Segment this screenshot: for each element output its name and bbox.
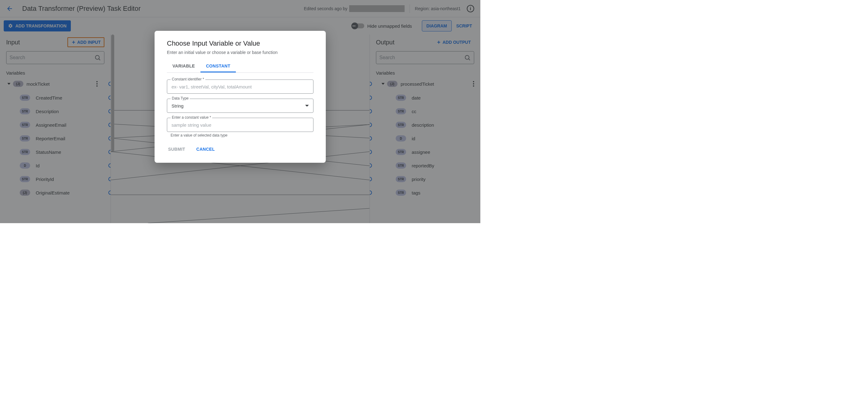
- modal-overlay[interactable]: Choose Input Variable or Value Enter an …: [0, 0, 480, 223]
- submit-button[interactable]: SUBMIT: [167, 144, 186, 154]
- modal-subtitle: Enter an initial value or choose a varia…: [167, 50, 313, 55]
- cancel-button[interactable]: CANCEL: [195, 144, 216, 154]
- modal-tabs: VARIABLE CONSTANT: [167, 60, 313, 73]
- choose-input-modal: Choose Input Variable or Value Enter an …: [155, 31, 326, 163]
- data-type-field: Data Type String: [167, 98, 313, 113]
- data-type-value: String: [172, 103, 184, 109]
- data-type-select[interactable]: String: [167, 98, 313, 113]
- constant-value-help: Enter a value of selected data type: [167, 133, 313, 138]
- tab-variable[interactable]: VARIABLE: [167, 60, 200, 73]
- constant-identifier-field: Constant identifier *: [167, 80, 313, 94]
- constant-value-field: Enter a constant value * Enter a value o…: [167, 118, 313, 138]
- constant-value-input[interactable]: [167, 118, 313, 132]
- modal-buttons: SUBMIT CANCEL: [167, 142, 313, 154]
- constant-identifier-input[interactable]: [167, 80, 313, 94]
- tab-constant[interactable]: CONSTANT: [200, 60, 236, 73]
- constant-value-label: Enter a constant value *: [170, 115, 212, 120]
- constant-identifier-label: Constant identifier *: [170, 77, 206, 81]
- data-type-label: Data Type: [170, 96, 190, 101]
- chevron-down-icon: [305, 105, 309, 107]
- modal-title: Choose Input Variable or Value: [167, 39, 313, 48]
